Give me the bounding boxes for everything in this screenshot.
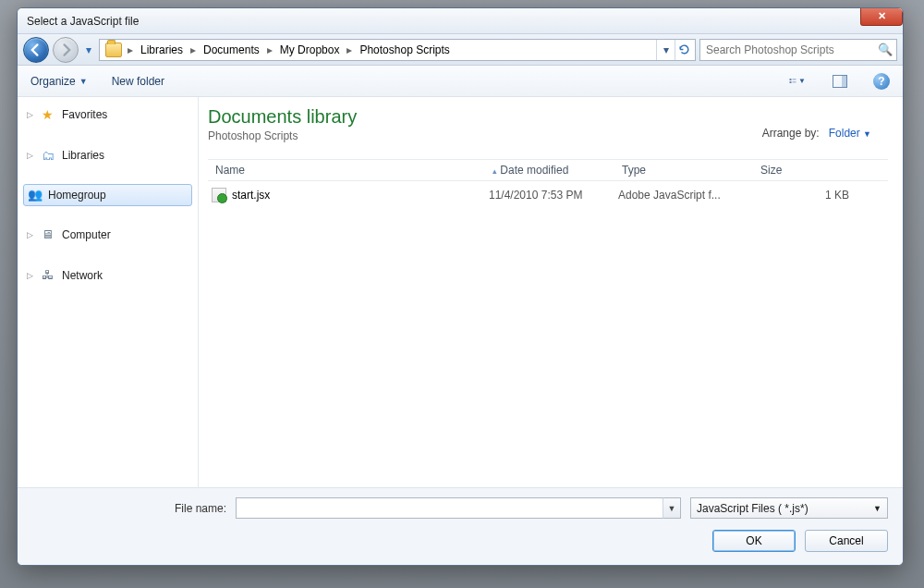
arrow-right-icon: [59, 43, 72, 56]
arrange-label: Arrange by:: [762, 127, 820, 140]
sidebar-item-network[interactable]: ▷ 🖧 Network: [18, 263, 198, 288]
svg-rect-1: [790, 81, 792, 83]
svg-rect-5: [842, 76, 846, 87]
breadcrumb-sep: ▸: [126, 43, 135, 56]
pane-icon: [833, 75, 847, 88]
new-folder-label: New folder: [112, 75, 164, 88]
refresh-icon: [678, 43, 690, 55]
sidebar-label: Favorites: [62, 108, 107, 121]
expand-icon: ▷: [27, 271, 36, 280]
file-name: start.jsx: [232, 189, 270, 202]
sidebar-item-favorites[interactable]: ▷ ★ Favorites: [18, 103, 198, 127]
star-icon: ★: [42, 107, 56, 122]
dialog-footer: File name: ▼ JavaScript Files ( *.js*) ▼…: [18, 487, 903, 565]
libraries-icon: 🗂: [42, 148, 56, 163]
cancel-button[interactable]: Cancel: [805, 530, 888, 552]
column-date[interactable]: ▴ Date modified: [489, 164, 618, 177]
script-file-icon: [212, 188, 226, 202]
svg-rect-3: [793, 81, 796, 82]
chevron-down-icon: ▼: [863, 129, 871, 139]
help-icon: ?: [878, 75, 884, 88]
search-input[interactable]: [704, 43, 878, 57]
window-title: Select a JavaScript file: [23, 15, 139, 28]
svg-rect-2: [793, 79, 796, 80]
svg-rect-0: [790, 78, 792, 80]
column-size[interactable]: Size: [757, 164, 868, 177]
breadcrumb-documents[interactable]: Documents: [198, 40, 265, 60]
address-dropdown-button[interactable]: ▾: [656, 40, 675, 60]
file-name-input[interactable]: [236, 497, 681, 519]
sidebar-label: Libraries: [62, 149, 104, 162]
sidebar-label: Network: [62, 269, 103, 282]
title-bar: Select a JavaScript file ✕: [18, 8, 903, 34]
file-list-pane: Documents library Photoshop Scripts Name…: [199, 97, 903, 487]
search-box[interactable]: 🔍: [699, 39, 897, 61]
file-name-label: File name:: [32, 502, 226, 515]
column-type[interactable]: Type: [618, 164, 757, 177]
breadcrumb-libraries[interactable]: Libraries: [135, 40, 188, 60]
recent-locations-button[interactable]: ▾: [82, 41, 95, 59]
folder-icon: [105, 43, 122, 57]
arrange-by-button[interactable]: Folder ▼: [829, 127, 871, 140]
back-button[interactable]: [23, 37, 49, 63]
arrange-value: Folder: [829, 127, 860, 140]
file-name-dropdown[interactable]: ▼: [663, 497, 681, 519]
view-options-button[interactable]: ▼: [788, 72, 807, 91]
sort-icon: ▴: [492, 166, 497, 176]
arrange-by: Arrange by: Folder ▼: [762, 127, 871, 140]
file-type-filter[interactable]: JavaScript Files ( *.js*) ▼: [690, 497, 888, 519]
organize-button[interactable]: Organize ▼: [30, 75, 88, 88]
arrow-left-icon: [30, 43, 43, 56]
computer-icon: 🖥: [42, 227, 56, 242]
network-icon: 🖧: [42, 268, 56, 283]
search-icon: 🔍: [878, 43, 893, 56]
sidebar-item-libraries[interactable]: ▷ 🗂 Libraries: [18, 143, 198, 167]
file-open-dialog: Select a JavaScript file ✕ ▾ ▸ Libraries…: [17, 7, 904, 566]
ok-button[interactable]: OK: [712, 530, 796, 552]
nav-sidebar: ▷ ★ Favorites ▷ 🗂 Libraries 👥 Homegroup …: [18, 97, 199, 487]
expand-icon: ▷: [27, 151, 36, 160]
chevron-down-icon: ▼: [873, 504, 881, 513]
sidebar-item-homegroup[interactable]: 👥 Homegroup: [23, 184, 192, 206]
file-size: 1 KB: [757, 189, 868, 202]
column-headers: Name ▴ Date modified Type Size: [208, 159, 888, 181]
sidebar-label: Homegroup: [48, 189, 106, 202]
view-icon: [789, 75, 796, 88]
sidebar-label: Computer: [62, 228, 111, 241]
library-title: Documents library: [208, 106, 888, 128]
file-date: 11/4/2010 7:53 PM: [489, 189, 618, 202]
refresh-button[interactable]: [675, 40, 693, 60]
preview-pane-button[interactable]: [831, 72, 849, 91]
expand-icon: ▷: [27, 110, 36, 119]
file-row[interactable]: start.jsx 11/4/2010 7:53 PM Adobe JavaSc…: [208, 181, 888, 209]
help-button[interactable]: ?: [873, 73, 890, 90]
chevron-down-icon: ▼: [79, 77, 88, 86]
toolbar: Organize ▼ New folder ▼ ?: [18, 66, 903, 97]
column-name[interactable]: Name: [212, 164, 489, 177]
window-buttons: ✕: [860, 7, 903, 26]
new-folder-button[interactable]: New folder: [112, 75, 164, 88]
filter-label: JavaScript Files ( *.js*): [697, 502, 808, 515]
sidebar-item-computer[interactable]: ▷ 🖥 Computer: [18, 223, 198, 247]
breadcrumb-mydropbox[interactable]: My Dropbox: [274, 40, 346, 60]
chevron-down-icon: ▼: [798, 77, 806, 85]
homegroup-icon: 👥: [28, 188, 43, 202]
address-bar[interactable]: ▸ Libraries ▸ Documents ▸ My Dropbox ▸ P…: [99, 39, 696, 61]
breadcrumb-sep: ▸: [188, 43, 198, 56]
nav-bar: ▾ ▸ Libraries ▸ Documents ▸ My Dropbox ▸…: [18, 34, 903, 66]
breadcrumb-photoshopscripts[interactable]: Photoshop Scripts: [354, 40, 455, 60]
close-button[interactable]: ✕: [860, 7, 903, 26]
breadcrumb-sep: ▸: [265, 43, 274, 56]
organize-label: Organize: [30, 75, 76, 88]
forward-button[interactable]: [53, 37, 79, 63]
dialog-body: ▷ ★ Favorites ▷ 🗂 Libraries 👥 Homegroup …: [18, 97, 903, 487]
expand-icon: ▷: [27, 230, 36, 239]
breadcrumb-sep: ▸: [345, 43, 354, 56]
file-type: Adobe JavaScript f...: [618, 189, 757, 202]
